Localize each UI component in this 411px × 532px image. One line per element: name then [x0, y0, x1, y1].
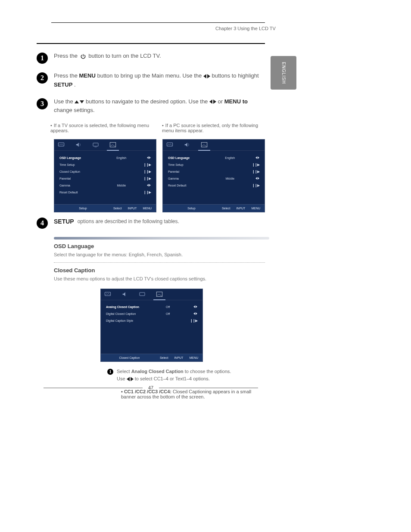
osd-item-value: English [212, 156, 248, 159]
osd-tab-bar [54, 140, 156, 151]
svg-rect-6 [140, 292, 145, 296]
osd-item-label: OSD Language [168, 156, 212, 159]
setup-tab-icon [201, 142, 208, 148]
osd-item-value: Off [149, 305, 186, 308]
step-1-text: Press the button to turn on the LCD TV. [54, 52, 161, 61]
left-right-arrow-icon [147, 156, 151, 159]
osd-item-label: Time Setup [168, 163, 212, 166]
osd-menu-row: Digital Caption Style❙❙▶ [106, 318, 197, 324]
osd-menu-row: Time Setup❙❙▶ [168, 162, 259, 167]
osd-menu-row: Parental❙❙▶ [168, 169, 259, 174]
enter-submenu-icon: ❙❙▶ [190, 319, 197, 323]
osd-footer: Setup Select INPUT MENU [163, 204, 265, 212]
picture-tab-icon [166, 142, 173, 148]
osd-item-label: Gamma [168, 177, 212, 180]
osd-menu-row: Analog Closed CaptionOff [106, 305, 197, 310]
section-osd-language: OSD Language Select the language for the… [38, 243, 265, 263]
osd-item-label: Gamma [59, 184, 103, 187]
step-1: 1 Press the button to turn on the LCD TV… [37, 52, 265, 64]
left-right-arrow-icon [255, 177, 259, 180]
osd-menu-row: GammaMiddle [168, 176, 259, 181]
col-pc-source: •If a PC source is selected, only the fo… [162, 123, 265, 133]
left-right-arrow-icon [193, 312, 197, 315]
progress-bar [54, 237, 269, 240]
closed-caption-heading: Closed Caption [54, 267, 265, 274]
osd-language-desc: Select the language for the menus: Engli… [54, 251, 265, 258]
left-right-arrow-icon [193, 305, 197, 308]
up-down-arrow-icon [75, 100, 84, 103]
step-number-icon: 2 [37, 72, 48, 84]
chapter-header: Chapter 3 Using the LCD TV [215, 26, 276, 31]
step-number-icon: 3 [37, 98, 48, 109]
osd-menu-row: GammaMiddle [59, 183, 151, 188]
osd-menu-row: Digital Closed CaptionOff [106, 311, 197, 317]
osd-menu-row: OSD LanguageEnglish [59, 155, 151, 160]
step-2-text: Press the MENU button to bring up the Ma… [54, 72, 265, 90]
step-number-icon: 1 [107, 369, 113, 375]
col-tv-source: •If a TV source is selected, the followi… [50, 123, 153, 133]
enter-submenu-icon: ❙❙▶ [252, 184, 259, 187]
osd-item-label: Analog Closed Caption [106, 305, 149, 308]
svg-rect-3 [167, 143, 172, 146]
closed-caption-desc: Use these menu options to adjust the LCD… [54, 275, 265, 283]
tv-tab-icon [139, 291, 146, 298]
left-right-arrow-icon [127, 377, 134, 381]
osd-menu-row: Parental❙❙▶ [59, 176, 151, 181]
left-right-arrow-icon [255, 156, 259, 159]
cc-step-1: 1 Select Analog Closed Caption to choose… [107, 368, 237, 383]
section-closed-caption: Closed Caption Use these menu options to… [38, 267, 265, 399]
step-3-text: Use the buttons to navigate to the desir… [54, 97, 265, 115]
osd-row: OSD LanguageEnglishTime Setup❙❙▶Closed C… [54, 139, 265, 212]
osd-footer: Closed Caption Select INPUT MENU [101, 354, 202, 361]
osd-item-value: Middle [212, 177, 248, 180]
osd-item-value: Middle [103, 184, 140, 187]
setup-tab-icon [156, 291, 163, 298]
audio-tab-icon [121, 291, 128, 298]
osd-item-label: Parental [59, 177, 103, 180]
enter-submenu-icon: ❙❙▶ [143, 170, 151, 174]
osd-menu-row: Time Setup❙❙▶ [59, 162, 151, 167]
svg-rect-0 [58, 143, 64, 146]
osd-item-label: Parental [168, 170, 212, 173]
osd-tab-bar [163, 140, 265, 151]
osd-item-label: Closed Caption [59, 170, 103, 173]
osd-setup-pc: OSD LanguageEnglishTime Setup❙❙▶Parental… [162, 139, 265, 212]
page-content: 1 Press the button to turn on the LCD TV… [37, 43, 265, 402]
setup-label: SETUP options are described in the follo… [54, 217, 179, 226]
picture-tab-icon [58, 142, 65, 148]
enter-submenu-icon: ❙❙▶ [252, 163, 259, 167]
audio-tab-icon [184, 142, 190, 148]
osd-menu-row: Reset Default❙❙▶ [168, 183, 259, 188]
osd-menu-row: Reset Default❙❙▶ [59, 190, 151, 195]
osd-item-label: Reset Default [59, 191, 103, 194]
osd-footer-title: Setup [59, 207, 107, 210]
enter-submenu-icon: ❙❙▶ [252, 170, 259, 174]
step-3: 3 Use the buttons to navigate to the des… [37, 97, 265, 115]
enter-submenu-icon: ❙❙▶ [143, 163, 151, 167]
left-right-arrow-icon [203, 74, 210, 78]
tv-tab-icon [92, 142, 99, 148]
step-number-icon: 1 [37, 53, 48, 64]
power-icon [80, 53, 86, 59]
osd-item-label: Reset Default [168, 184, 212, 187]
osd-language-heading: OSD Language [54, 243, 265, 249]
step-number-icon: 4 [37, 218, 48, 229]
osd-tab-bar [101, 289, 202, 300]
picture-tab-icon [104, 291, 111, 298]
osd-item-value: Off [149, 312, 186, 315]
osd-item-label: OSD Language [59, 156, 103, 159]
step-4: 4 SETUP options are described in the fol… [37, 217, 265, 234]
osd-item-label: Digital Closed Caption [106, 312, 149, 315]
page-footer: 47 [37, 385, 265, 390]
osd-menu-row: OSD LanguageEnglish [168, 155, 259, 160]
osd-footer: Setup Select INPUT MENU [54, 204, 156, 212]
audio-tab-icon [75, 142, 82, 148]
section-rule [37, 43, 265, 44]
page-number: 47 [144, 385, 158, 390]
osd-closed-caption: Analog Closed CaptionOffDigital Closed C… [100, 289, 203, 362]
osd-menu-row: Closed Caption❙❙▶ [59, 169, 151, 174]
language-tab: ENGLISH [271, 56, 296, 90]
osd-item-label: Time Setup [59, 163, 103, 166]
dotted-divider [54, 262, 265, 263]
left-right-arrow-icon [209, 100, 216, 104]
